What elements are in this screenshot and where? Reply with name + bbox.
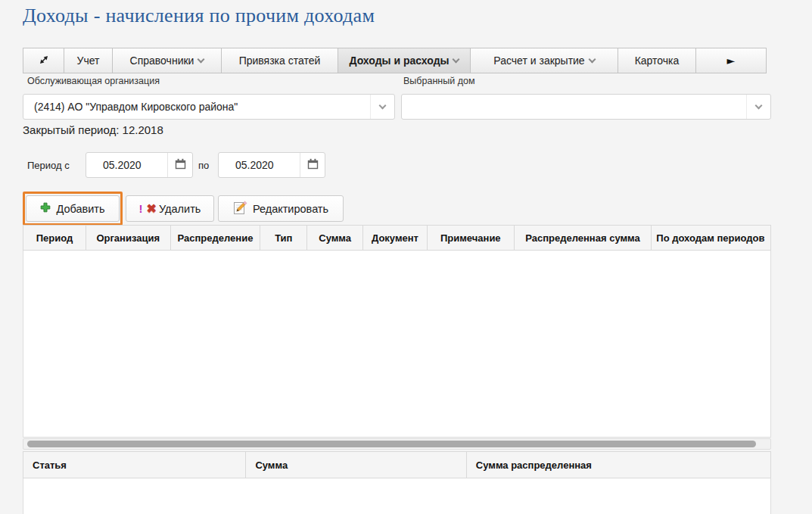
column-header-period[interactable]: Период <box>23 226 86 250</box>
nav-tab-raschet-i-zakrytie[interactable]: Расчет и закрытие <box>470 48 618 73</box>
chevron-down-icon <box>588 55 596 63</box>
calendar-icon <box>307 158 319 173</box>
period-to-input[interactable] <box>219 153 300 177</box>
chevron-down-icon <box>755 101 763 109</box>
column-header-article[interactable]: Статья <box>23 452 246 478</box>
column-header-document[interactable]: Документ <box>363 226 428 250</box>
period-from-input[interactable] <box>86 153 167 177</box>
period-from-label: Период с <box>27 160 70 171</box>
chevron-down-icon <box>198 55 205 63</box>
column-header-type[interactable]: Тип <box>260 226 307 250</box>
period-to-calendar-button[interactable] <box>300 153 325 177</box>
nav-tab-label: Доходы и расходы <box>350 55 450 67</box>
nav-tab-label: Справочники <box>130 55 194 67</box>
calendar-icon <box>175 158 186 173</box>
page-title: Доходы - начисления по прочим доходам <box>23 5 375 27</box>
column-header-sum[interactable]: Сумма <box>307 226 363 250</box>
period-from-datebox <box>86 152 193 178</box>
main-table-header: Период Организация Распределение Тип Сум… <box>23 225 771 251</box>
column-header-distributed-sum[interactable]: Распределенная сумма <box>515 226 652 250</box>
edit-pencil-icon <box>233 201 247 217</box>
nav-tab-expand[interactable] <box>23 48 64 73</box>
house-select-caret[interactable] <box>746 95 770 119</box>
main-navbar: Учет Справочники Привязка статей Доходы … <box>23 48 767 73</box>
add-button-label: Добавить <box>56 203 104 215</box>
edit-button-label: Редактировать <box>253 203 328 215</box>
exclamation-mark: ! <box>139 202 143 215</box>
column-header-organization[interactable]: Организация <box>86 226 171 250</box>
nav-tab-privyazka-statey[interactable]: Привязка статей <box>221 48 338 73</box>
nav-tab-uchet[interactable]: Учет <box>64 48 113 73</box>
main-table-body-empty[interactable] <box>23 251 771 438</box>
horizontal-scrollbar-thumb[interactable] <box>27 441 756 447</box>
delete-button[interactable]: ! ✖ Удалить <box>126 195 214 222</box>
org-select-caret[interactable] <box>370 95 394 119</box>
expand-icon <box>38 54 50 68</box>
org-select[interactable]: (2414) АО "Управдом Кировского района" <box>23 94 395 120</box>
chevron-down-icon <box>379 101 387 109</box>
closed-period-text: Закрытый период: 12.2018 <box>23 123 163 136</box>
org-select-value: (2414) АО "Управдом Кировского района" <box>23 101 370 113</box>
column-header-detail-sum[interactable]: Сумма <box>246 452 466 478</box>
play-icon: ► <box>727 55 736 67</box>
nav-tab-label: Расчет и закрытие <box>493 55 584 67</box>
house-select[interactable] <box>401 94 771 120</box>
detail-table-body-empty[interactable] <box>23 478 771 514</box>
horizontal-scrollbar-track[interactable] <box>23 438 771 450</box>
column-header-distribution[interactable]: Распределение <box>171 226 261 250</box>
plus-icon <box>40 202 51 215</box>
add-button[interactable]: Добавить <box>26 195 120 222</box>
nav-tab-next[interactable]: ► <box>695 48 767 73</box>
delete-x-icon: ✖ <box>147 201 157 216</box>
nav-tab-label: Учет <box>77 55 100 67</box>
delete-button-label: Удалить <box>159 203 201 215</box>
nav-tab-label: Карточка <box>635 55 680 67</box>
chevron-down-icon <box>453 55 460 63</box>
column-header-by-period-income[interactable]: По доходам периодов <box>652 226 770 250</box>
click-highlight-annotation: Добавить <box>23 192 123 226</box>
org-select-label: Обслуживающая организация <box>27 76 160 86</box>
period-from-calendar-button[interactable] <box>167 153 192 177</box>
column-header-note[interactable]: Примечание <box>428 226 515 250</box>
nav-tab-label: Привязка статей <box>239 55 321 67</box>
nav-tab-dohody-i-rashody[interactable]: Доходы и расходы <box>338 48 471 73</box>
period-to-label: по <box>198 160 209 171</box>
detail-table-header: Статья Сумма Сумма распределенная <box>23 451 771 478</box>
column-header-sum-distributed[interactable]: Сумма распределенная <box>467 452 770 478</box>
nav-tab-kartochka[interactable]: Карточка <box>618 48 696 73</box>
nav-tab-spravochniki[interactable]: Справочники <box>112 48 222 73</box>
house-select-label: Выбранный дом <box>403 76 474 86</box>
edit-button[interactable]: Редактировать <box>218 195 344 222</box>
period-to-datebox <box>218 152 325 178</box>
